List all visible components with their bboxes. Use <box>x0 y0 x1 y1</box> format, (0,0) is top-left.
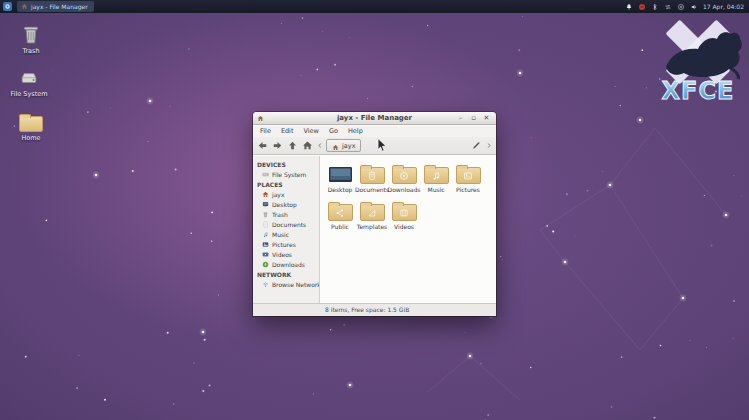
top-panel: jayx - File Manager 17 Apr, 04:02 <box>0 0 749 13</box>
menu-file[interactable]: File <box>255 126 276 137</box>
sidebar-header-network: NETWORK <box>253 269 319 279</box>
file-label: Downloads <box>388 186 421 193</box>
folder-icon <box>360 167 385 184</box>
applications-menu-icon <box>4 3 11 10</box>
emblem-picture-icon <box>457 168 480 183</box>
drive-big-icon <box>18 66 40 88</box>
taskbar-window-label: jayx - File Manager <box>31 1 88 12</box>
file-label: Music <box>427 186 444 193</box>
taskbar-window-icon <box>21 3 28 10</box>
sidebar-item-music[interactable]: Music <box>253 229 319 239</box>
indicator-icon[interactable] <box>677 3 685 11</box>
file-icon <box>328 199 353 221</box>
emblem-page-icon <box>361 168 384 183</box>
file-item-documents[interactable]: Documents <box>356 162 388 196</box>
sidebar-item-label: Downloads <box>272 261 305 268</box>
path-scroll-right-button[interactable] <box>485 139 493 152</box>
edit-path-button[interactable] <box>470 139 483 152</box>
monitor-mini-icon <box>262 201 269 208</box>
sidebar-item-documents[interactable]: Documents <box>253 219 319 229</box>
xfce-logo: XFCE <box>648 19 748 107</box>
sidebar-item-browse-network[interactable]: Browse Network <box>253 279 319 289</box>
desktop-monitor-icon <box>328 166 353 184</box>
sidebar-item-file-system[interactable]: File System <box>253 169 319 179</box>
maximize-button[interactable]: ▫ <box>469 114 478 123</box>
file-view[interactable]: DesktopDocumentsDownloadsMusicPicturesPu… <box>320 156 496 303</box>
file-icon <box>360 199 385 221</box>
path-button-home[interactable]: jayx <box>326 139 361 152</box>
updates-icon[interactable] <box>638 3 646 11</box>
file-label: Pictures <box>456 186 480 193</box>
taskbar-window-button[interactable]: jayx - File Manager <box>17 1 94 12</box>
path-scroll-left-button[interactable] <box>316 139 324 152</box>
sidebar-item-downloads[interactable]: Downloads <box>253 259 319 269</box>
drive-icon <box>262 171 269 178</box>
xfce-wordmark: XFCE <box>648 75 748 107</box>
sidebar-item-desktop[interactable]: Desktop <box>253 199 319 209</box>
file-item-public[interactable]: Public <box>324 199 356 233</box>
close-button[interactable]: ✕ <box>482 114 491 123</box>
file-item-music[interactable]: Music <box>420 162 452 196</box>
picture-icon <box>262 241 269 248</box>
folder-icon <box>328 204 353 221</box>
sidebar-header-devices: DEVICES <box>253 159 319 169</box>
sidebar-item-label: Trash <box>272 211 288 218</box>
file-item-downloads[interactable]: Downloads <box>388 162 420 196</box>
file-icon <box>360 162 385 184</box>
home-orange-icon <box>262 191 269 198</box>
file-item-videos[interactable]: Videos <box>388 199 420 233</box>
menu-help[interactable]: Help <box>343 126 368 137</box>
network-icon[interactable] <box>664 3 672 11</box>
sidebar-item-videos[interactable]: Videos <box>253 249 319 259</box>
file-label: Documents <box>355 186 389 193</box>
window-body: DEVICESFile SystemPLACESjayxDesktopTrash… <box>253 156 496 303</box>
forward-button[interactable] <box>271 139 284 152</box>
svg-text:XFCE: XFCE <box>662 77 735 105</box>
sidebar-item-trash[interactable]: Trash <box>253 209 319 219</box>
video-icon <box>262 251 269 258</box>
volume-icon[interactable] <box>690 3 698 11</box>
file-item-templates[interactable]: Templates <box>356 199 388 233</box>
notifications-icon[interactable] <box>625 3 633 11</box>
sidebar-item-label: Pictures <box>272 241 296 248</box>
minimize-button[interactable]: – <box>456 114 465 123</box>
menu-view[interactable]: View <box>298 126 323 137</box>
path-home-icon <box>332 136 339 155</box>
desktop-icon-home[interactable]: Home <box>8 110 54 142</box>
up-button[interactable] <box>286 139 299 152</box>
desktop-icon-file-system[interactable]: File System <box>6 66 52 98</box>
file-manager-window: jayx - File Manager –▫✕ FileEditViewGoHe… <box>253 112 496 316</box>
emblem-share-icon <box>329 205 352 220</box>
toolbar: jayx <box>253 137 496 155</box>
page-icon <box>262 221 269 228</box>
file-icon <box>424 162 449 184</box>
folder-icon <box>392 167 417 184</box>
menubar: FileEditViewGoHelp <box>253 126 496 137</box>
menu-edit[interactable]: Edit <box>276 126 299 137</box>
bluetooth-icon[interactable] <box>651 3 659 11</box>
file-icon <box>456 162 481 184</box>
desktop-icon-trash[interactable]: Trash <box>8 23 54 55</box>
folder-icon <box>392 204 417 221</box>
emblem-video-icon <box>393 205 416 220</box>
desktop-icon-label: Home <box>21 134 40 142</box>
sidebar-item-pictures[interactable]: Pictures <box>253 239 319 249</box>
file-icon <box>328 162 353 184</box>
applications-menu-button[interactable] <box>3 2 12 11</box>
statusbar: 8 items, Free space: 1.5 GiB <box>253 303 496 316</box>
file-label: Templates <box>357 223 388 230</box>
folder-icon <box>424 167 449 184</box>
file-item-desktop[interactable]: Desktop <box>324 162 356 196</box>
sidebar-header-places: PLACES <box>253 179 319 189</box>
home-button[interactable] <box>301 139 314 152</box>
back-button[interactable] <box>256 139 269 152</box>
folder-big-icon <box>19 110 43 132</box>
file-item-pictures[interactable]: Pictures <box>452 162 484 196</box>
window-titlebar[interactable]: jayx - File Manager –▫✕ <box>253 112 496 125</box>
folder-icon <box>360 204 385 221</box>
sidebar: DEVICESFile SystemPLACESjayxDesktopTrash… <box>253 156 320 303</box>
file-icon <box>392 162 417 184</box>
panel-clock[interactable]: 17 Apr, 04:02 <box>703 0 744 13</box>
file-label: Public <box>331 223 349 230</box>
sidebar-item-jayx[interactable]: jayx <box>253 189 319 199</box>
